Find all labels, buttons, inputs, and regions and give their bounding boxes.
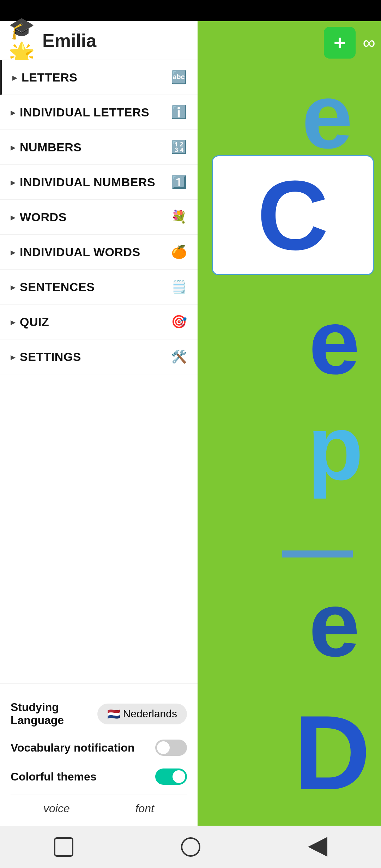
individual-letters-label: INDIVIDUAL LETTERS	[20, 106, 168, 119]
footer-bottom-row: voice font	[11, 795, 187, 819]
sidebar-item-sentences[interactable]: ▸ SENTENCES 🗒️	[0, 270, 198, 305]
quiz-icon: 🎯	[171, 314, 187, 329]
words-label: WORDS	[20, 210, 168, 224]
status-bar	[0, 0, 381, 21]
letters-icon: 🔤	[171, 70, 187, 85]
footer-settings: Studying Language 🇳🇱 Nederlands Vocabula…	[0, 683, 198, 826]
vocab-notification-label: Vocabulary notification	[11, 741, 134, 754]
sidebar-item-individual-words[interactable]: ▸ INDIVIDUAL WORDS 🍊	[0, 235, 198, 270]
nav-list: ▸ LETTERS 🔤 ▸ INDIVIDUAL LETTERS ℹ️ ▸ NU…	[0, 60, 198, 683]
language-name: Nederlands	[123, 708, 177, 720]
arrow-icon-settings: ▸	[11, 351, 16, 363]
letter-c-display: C	[257, 159, 328, 272]
individual-words-label: INDIVIDUAL WORDS	[20, 245, 168, 259]
colorful-themes-toggle[interactable]	[155, 768, 187, 785]
studying-language-label: Studying Language	[11, 701, 97, 727]
colorful-toggle-thumb	[173, 770, 185, 783]
avatar: 🎓🌟	[8, 26, 37, 55]
letter-e-display-2: e	[309, 289, 360, 395]
letter-d-display: D	[294, 692, 370, 814]
sidebar-item-settings[interactable]: ▸ SETTINGS 🛠️	[0, 339, 198, 374]
square-button[interactable]	[54, 837, 73, 857]
sidebar-item-individual-letters[interactable]: ▸ INDIVIDUAL LETTERS ℹ️	[0, 95, 198, 130]
sidebar-item-quiz[interactable]: ▸ QUIZ 🎯	[0, 305, 198, 339]
arrow-icon-numbers: ▸	[11, 141, 16, 153]
vocab-notification-toggle[interactable]	[155, 740, 187, 756]
sidebar: 🎓🌟 Emilia ▸ LETTERS 🔤 ▸ INDIVIDUAL LETTE…	[0, 21, 198, 826]
vocab-notification-row: Vocabulary notification	[11, 733, 187, 762]
arrow-icon-sentences: ▸	[11, 281, 16, 293]
vocab-toggle-thumb	[157, 741, 170, 754]
arrow-icon-individual-numbers: ▸	[11, 176, 16, 188]
letter-e-display-1: e	[302, 64, 353, 169]
colorful-themes-label: Colorful themes	[11, 770, 97, 783]
language-badge[interactable]: 🇳🇱 Nederlands	[97, 704, 187, 724]
letter-p-display: p	[307, 395, 363, 501]
main-content: + ∞ e C e p — e D 🎓🌟 Emilia ▸ LETTERS	[0, 21, 381, 826]
infinity-icon: ∞	[363, 32, 375, 53]
individual-words-icon: 🍊	[171, 245, 187, 259]
settings-label: SETTINGS	[20, 350, 168, 364]
app-header: 🎓🌟 Emilia	[0, 21, 198, 60]
letter-e-display-3: e	[309, 572, 360, 677]
sentences-label: SENTENCES	[20, 280, 168, 294]
bottom-nav	[0, 826, 381, 868]
voice-label[interactable]: voice	[43, 802, 70, 815]
sentences-icon: 🗒️	[171, 279, 187, 294]
circle-button[interactable]	[181, 837, 200, 857]
plus-icon: +	[334, 31, 346, 55]
add-button[interactable]: +	[324, 27, 356, 59]
individual-numbers-icon: 1️⃣	[171, 175, 187, 189]
letters-label: LETTERS	[22, 71, 168, 84]
numbers-label: NUMBERS	[20, 140, 168, 154]
individual-letters-icon: ℹ️	[171, 105, 187, 120]
studying-language-row: Studying Language 🇳🇱 Nederlands	[11, 694, 187, 733]
words-icon: 💐	[171, 210, 187, 224]
numbers-icon: 🔢	[171, 140, 187, 155]
individual-numbers-label: INDIVIDUAL NUMBERS	[20, 175, 168, 189]
green-area: + ∞ e C e p — e D	[198, 21, 381, 826]
blue-card: C	[212, 155, 374, 275]
arrow-icon-words: ▸	[11, 211, 16, 223]
arrow-icon-letters: ▸	[12, 72, 17, 83]
colorful-themes-row: Colorful themes	[11, 762, 187, 791]
sidebar-item-words[interactable]: ▸ WORDS 💐	[0, 200, 198, 235]
font-label[interactable]: font	[135, 802, 154, 815]
top-buttons: + ∞	[318, 21, 381, 64]
quiz-label: QUIZ	[20, 315, 168, 329]
back-button[interactable]	[308, 837, 327, 857]
sidebar-item-individual-numbers[interactable]: ▸ INDIVIDUAL NUMBERS 1️⃣	[0, 165, 198, 200]
sidebar-item-numbers[interactable]: ▸ NUMBERS 🔢	[0, 130, 198, 165]
app-title: Emilia	[42, 30, 96, 51]
settings-icon: 🛠️	[171, 349, 187, 364]
arrow-icon-quiz: ▸	[11, 316, 16, 328]
sidebar-item-letters[interactable]: ▸ LETTERS 🔤	[0, 60, 198, 95]
arrow-icon-individual-words: ▸	[11, 246, 16, 258]
language-flag: 🇳🇱	[107, 708, 120, 720]
vocab-toggle-track	[155, 740, 187, 756]
arrow-icon-individual-letters: ▸	[11, 107, 16, 118]
colorful-toggle-track	[155, 768, 187, 785]
